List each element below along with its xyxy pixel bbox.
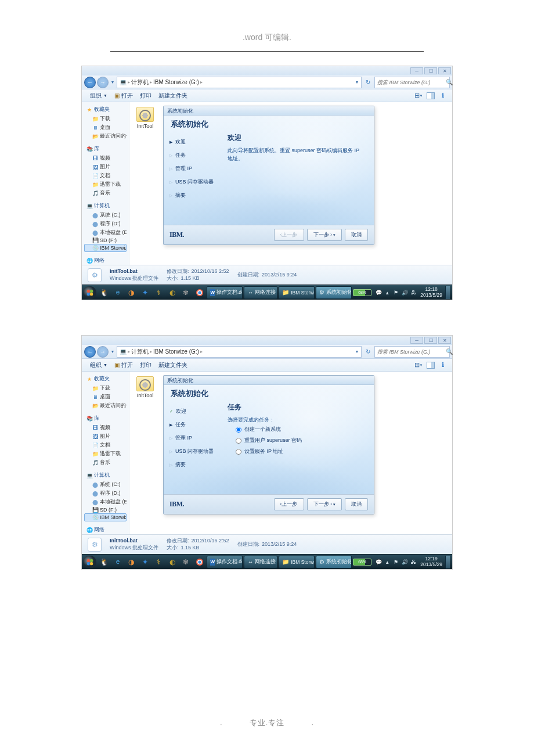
cancel-button[interactable]: 取消 xyxy=(345,498,368,510)
pinned-ie-icon[interactable]: ｅ xyxy=(111,556,124,568)
sidebar-item-d[interactable]: ⬤程序 (D:) xyxy=(84,219,127,228)
view-menu[interactable]: ⊞▼ xyxy=(414,91,423,100)
sidebar-network[interactable]: 🌐网络 xyxy=(84,525,127,534)
option-reset-password[interactable]: 重置用户 superuser 密码 xyxy=(228,435,366,446)
sidebar-item-downloads[interactable]: 📁下载 xyxy=(84,384,127,393)
open-button[interactable]: ▣打开 xyxy=(111,92,136,100)
sidebar-item-e[interactable]: ⬤本地磁盘 (E:) xyxy=(84,498,127,506)
sidebar-item-f[interactable]: 💾SD (F:) xyxy=(84,506,127,513)
open-button[interactable]: ▣打开 xyxy=(111,361,136,369)
show-desktop-button[interactable] xyxy=(445,556,450,568)
sidebar-item-e[interactable]: ⬤本地磁盘 (E:) xyxy=(84,228,127,237)
pinned-python-icon[interactable]: ⚕ xyxy=(152,286,165,299)
sidebar-item-recent[interactable]: 📂最近访问的位置 xyxy=(84,132,127,141)
pinned-chrome-icon[interactable] xyxy=(193,286,206,299)
sidebar-item-d[interactable]: ⬤程序 (D:) xyxy=(84,489,127,498)
crumb-computer[interactable]: 计算机 xyxy=(130,78,150,87)
new-folder-button[interactable]: 新建文件夹 xyxy=(155,92,191,100)
breadcrumb[interactable]: 💻 ▸ 计算机 ▸ IBM Storwize (G:) ▸ ▼ xyxy=(117,77,362,88)
sidebar-network[interactable]: 🌐网络 xyxy=(84,255,127,265)
help-button[interactable]: ℹ xyxy=(438,91,448,100)
print-button[interactable]: 打印 xyxy=(136,361,155,369)
new-folder-button[interactable]: 新建文件夹 xyxy=(155,361,191,369)
next-button[interactable]: 下一步 ›▾ xyxy=(307,498,342,510)
tray-flag-icon[interactable]: ⚑ xyxy=(392,558,400,566)
option-set-service-ip[interactable]: 设置服务 IP 地址 xyxy=(228,446,366,457)
forward-button[interactable]: → xyxy=(97,77,109,88)
pinned-python-icon[interactable]: ⚕ xyxy=(152,556,165,568)
start-button[interactable] xyxy=(83,286,96,299)
refresh-button[interactable]: ↻ xyxy=(363,77,373,88)
sidebar-item-documents[interactable]: 📄文档 xyxy=(84,441,127,449)
battery-indicator[interactable]: 68% xyxy=(353,289,371,296)
tray-balloon-icon[interactable]: 💬 xyxy=(374,558,383,566)
sidebar-item-recent[interactable]: 📂最近访问的位置 xyxy=(84,401,127,410)
pinned-qq-icon[interactable]: 🐧 xyxy=(98,286,110,299)
radio-reset-password[interactable] xyxy=(236,438,241,444)
sidebar-favorites[interactable]: ★收藏夹 xyxy=(84,374,127,384)
back-button[interactable]: ‹上一步 xyxy=(274,498,304,510)
start-button[interactable] xyxy=(83,556,96,568)
radio-set-ip[interactable] xyxy=(236,449,241,455)
view-menu[interactable]: ⊞▼ xyxy=(414,361,423,370)
sidebar-item-g[interactable]: 💿IBM Storwize (G:) xyxy=(84,244,127,252)
sidebar-computer[interactable]: 💻计算机 xyxy=(84,201,127,211)
sidebar-item-documents[interactable]: 📄文档 xyxy=(84,171,127,180)
crumb-drive[interactable]: IBM Storwize (G:) xyxy=(152,79,200,85)
task-init-wizard[interactable]: ⚙系统初始化 xyxy=(316,556,352,568)
tray-sound-icon[interactable]: 🔊 xyxy=(400,558,409,566)
task-explorer[interactable]: 📁IBM Storwi... xyxy=(279,286,315,299)
close-button[interactable]: ✕ xyxy=(438,337,451,344)
task-network[interactable]: ↔网络连接 xyxy=(244,286,277,299)
file-inittool[interactable]: InitTool xyxy=(134,376,156,398)
tray-balloon-icon[interactable]: 💬 xyxy=(374,289,383,297)
sidebar-item-downloads[interactable]: 📁下载 xyxy=(84,114,127,123)
search-input[interactable] xyxy=(377,349,443,355)
help-button[interactable]: ℹ xyxy=(438,361,448,370)
minimize-button[interactable]: ─ xyxy=(410,337,423,344)
tray-up-icon[interactable]: ▴ xyxy=(383,289,391,297)
breadcrumb[interactable]: 💻 ▸ 计算机 ▸ IBM Storwize (G:) ▸ ▼ xyxy=(117,346,362,358)
option-create-system[interactable]: 创建一个新系统 xyxy=(228,424,366,435)
preview-pane-toggle[interactable] xyxy=(427,362,435,369)
sidebar-item-c[interactable]: ⬤系统 (C:) xyxy=(84,211,127,219)
task-network[interactable]: ↔网络连接 xyxy=(244,556,277,568)
history-dropdown[interactable]: ▼ xyxy=(110,77,116,88)
sidebar-item-f[interactable]: 💾SD (F:) xyxy=(84,237,127,244)
pinned-chrome-icon[interactable] xyxy=(193,556,206,568)
back-button[interactable]: ← xyxy=(84,77,96,88)
pinned-xunlei-icon[interactable]: ✦ xyxy=(139,556,151,568)
organize-menu[interactable]: 组织▼ xyxy=(86,361,111,369)
sidebar-item-music[interactable]: 🎵音乐 xyxy=(84,458,127,467)
forward-button[interactable]: → xyxy=(97,346,109,358)
task-explorer[interactable]: 📁IBM Storwi... xyxy=(279,556,315,568)
cancel-button[interactable]: 取消 xyxy=(345,229,368,241)
clock[interactable]: 12:18 2013/5/29 xyxy=(418,287,445,298)
sidebar-libraries[interactable]: 📚库 xyxy=(84,144,127,154)
tray-net-icon[interactable]: 🖧 xyxy=(409,289,417,297)
sidebar-item-pictures[interactable]: 🖼图片 xyxy=(84,432,127,441)
task-init-wizard[interactable]: ⚙系统初始化 xyxy=(316,286,352,299)
sidebar-item-c[interactable]: ⬤系统 (C:) xyxy=(84,480,127,489)
radio-create-system[interactable] xyxy=(236,427,241,433)
sidebar-item-xunlei[interactable]: 📁迅雷下载 xyxy=(84,180,127,189)
pinned-qq-icon[interactable]: 🐧 xyxy=(98,556,110,568)
tray-net-icon[interactable]: 🖧 xyxy=(409,558,417,566)
sidebar-item-g[interactable]: 💿IBM Storwize (G:) xyxy=(84,513,127,521)
preview-pane-toggle[interactable] xyxy=(427,92,435,99)
sidebar-item-xunlei[interactable]: 📁迅雷下载 xyxy=(84,449,127,458)
tray-flag-icon[interactable]: ⚑ xyxy=(392,289,400,297)
print-button[interactable]: 打印 xyxy=(136,92,155,100)
pinned-wmp-icon[interactable]: ◑ xyxy=(125,556,138,568)
sidebar-computer[interactable]: 💻计算机 xyxy=(84,470,127,480)
sidebar-libraries[interactable]: 📚库 xyxy=(84,413,127,423)
path-dropdown[interactable]: ▼ xyxy=(354,346,360,358)
file-inittool[interactable]: InitTool xyxy=(134,107,156,129)
search-box[interactable]: 🔍 xyxy=(374,77,450,88)
pinned-app-icon[interactable]: ◐ xyxy=(166,286,179,299)
tray-sound-icon[interactable]: 🔊 xyxy=(400,289,409,297)
sidebar-item-desktop[interactable]: 🖥桌面 xyxy=(84,123,127,132)
pinned-movie-icon[interactable]: ✾ xyxy=(179,286,192,299)
pinned-ie-icon[interactable]: ｅ xyxy=(111,286,124,299)
file-list[interactable]: InitTool auto... 系统初始化 系统初始化 ▶欢迎 ▷任务 xyxy=(129,102,452,265)
